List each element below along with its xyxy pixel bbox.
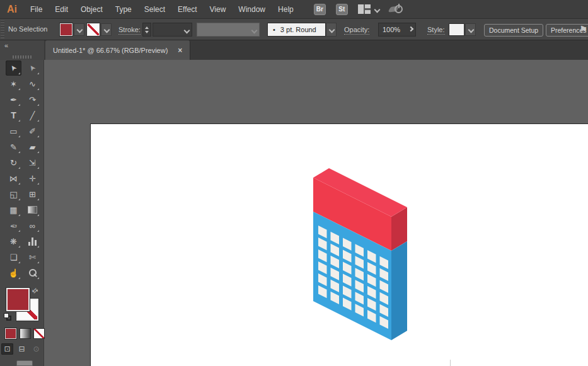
bridge-button[interactable]: Br bbox=[314, 4, 326, 15]
close-tab-icon[interactable]: × bbox=[178, 46, 182, 55]
line-segment-tool[interactable]: ╱ bbox=[25, 108, 40, 123]
puppet-warp-icon: ✛ bbox=[29, 174, 36, 183]
fill-color-swatch[interactable] bbox=[60, 23, 72, 36]
menu-item-window[interactable]: Window bbox=[232, 0, 272, 18]
tools-panel: ➤➤✶∿✒↷T╱▭✐✎▰↻⇲⋈✛◱⊞▦✑∞❋❏✄☝ ⇆ ⊡⊟⊙ bbox=[0, 60, 44, 366]
style-label[interactable]: Style: bbox=[427, 26, 445, 35]
zoom-tool[interactable] bbox=[25, 265, 40, 280]
artboard-icon: ❏ bbox=[10, 253, 18, 261]
menu-item-view[interactable]: View bbox=[204, 0, 233, 18]
power-icon bbox=[395, 5, 403, 13]
screen-mode-button[interactable] bbox=[16, 360, 33, 366]
opacity-field[interactable]: 100% bbox=[378, 23, 416, 37]
gradient-tool[interactable] bbox=[25, 202, 40, 217]
slice-tool[interactable]: ✄ bbox=[25, 249, 40, 265]
pen-tool[interactable]: ✒ bbox=[6, 92, 21, 107]
rectangle-tool[interactable]: ▭ bbox=[6, 123, 21, 139]
workspace-switcher[interactable] bbox=[358, 4, 379, 14]
paintbrush-tool[interactable]: ✐ bbox=[25, 123, 40, 139]
menu-item-file[interactable]: File bbox=[24, 0, 49, 18]
eraser-tool[interactable]: ▰ bbox=[25, 139, 40, 154]
opacity-label[interactable]: Opacity: bbox=[344, 26, 369, 35]
cs-live-icon[interactable] bbox=[389, 4, 403, 15]
column-graph-tool[interactable] bbox=[25, 234, 40, 249]
stroke-weight-stepper[interactable] bbox=[142, 23, 151, 37]
menu-item-edit[interactable]: Edit bbox=[49, 0, 74, 18]
menu-item-type[interactable]: Type bbox=[109, 0, 138, 18]
hand-icon: ☝ bbox=[8, 269, 18, 277]
style-swatch[interactable] bbox=[449, 23, 464, 36]
fill-dropdown-button[interactable] bbox=[74, 23, 84, 36]
pencil-tool[interactable]: ✎ bbox=[6, 139, 21, 154]
lasso-tool[interactable]: ∿ bbox=[25, 76, 40, 91]
stepper-up-icon[interactable] bbox=[145, 26, 149, 29]
width-tool[interactable]: ⋈ bbox=[6, 171, 21, 186]
apply-color-button[interactable] bbox=[5, 328, 16, 339]
menu-item-help[interactable]: Help bbox=[272, 0, 300, 18]
pen-icon: ✒ bbox=[10, 96, 17, 104]
stepper-down-icon[interactable] bbox=[145, 31, 149, 33]
brush-dropdown-button[interactable] bbox=[326, 23, 337, 37]
stroke-color-swatch[interactable] bbox=[87, 23, 100, 36]
calendar-artwork[interactable] bbox=[91, 124, 588, 366]
document-tab[interactable]: Untitled-1* @ 66.67% (RGB/Preview) × bbox=[45, 40, 190, 60]
rotate-tool[interactable]: ↻ bbox=[6, 155, 21, 170]
stroke-weight-dropdown[interactable] bbox=[153, 23, 192, 37]
magic-wand-tool[interactable]: ✶ bbox=[6, 76, 21, 91]
eyedropper-tool[interactable]: ✑ bbox=[6, 218, 21, 233]
menu-item-effect[interactable]: Effect bbox=[171, 0, 203, 18]
direct-selection-tool[interactable]: ➤ bbox=[25, 60, 40, 76]
artboard[interactable] bbox=[90, 123, 588, 366]
type-tool[interactable]: T bbox=[6, 108, 21, 123]
column-graph-icon bbox=[28, 237, 37, 246]
document-setup-button[interactable]: Document Setup bbox=[484, 24, 543, 37]
paintbrush-icon: ✐ bbox=[29, 127, 36, 135]
stock-button[interactable]: St bbox=[336, 4, 348, 15]
menu-item-select[interactable]: Select bbox=[138, 0, 171, 18]
apply-none-button[interactable] bbox=[33, 328, 45, 339]
collapse-panel-button[interactable]: « bbox=[4, 42, 8, 49]
symbol-sprayer-tool[interactable]: ❋ bbox=[6, 234, 21, 249]
puppet-warp-tool[interactable]: ✛ bbox=[25, 171, 40, 186]
artboard-tool[interactable]: ❏ bbox=[6, 249, 21, 265]
canvas-area[interactable] bbox=[44, 60, 588, 366]
illustrator-logo: Ai bbox=[0, 0, 24, 19]
draw-normal-mode[interactable]: ⊡ bbox=[1, 343, 13, 355]
default-fill-stroke-icon[interactable] bbox=[4, 313, 11, 321]
apply-color-row bbox=[0, 328, 44, 341]
blend-tool[interactable]: ∞ bbox=[25, 218, 40, 233]
fill-proxy[interactable] bbox=[6, 288, 30, 311]
brush-definition-dropdown[interactable]: • 3 pt. Round bbox=[267, 23, 326, 37]
draw-behind-mode[interactable]: ⊟ bbox=[16, 343, 28, 355]
none-slash-icon bbox=[88, 24, 99, 35]
selection-icon: ➤ bbox=[9, 63, 19, 72]
perspective-grid-icon: ⊞ bbox=[29, 190, 36, 198]
panel-grip[interactable] bbox=[1, 20, 4, 38]
stroke-label[interactable]: Stroke: bbox=[118, 26, 141, 35]
fill-stroke-indicator: ⇆ bbox=[0, 285, 44, 327]
line-segment-icon: ╱ bbox=[30, 112, 35, 120]
chevron-right-icon[interactable] bbox=[408, 26, 413, 31]
chevron-down-icon bbox=[329, 27, 334, 32]
tools-panel-grip-icon[interactable] bbox=[13, 55, 32, 59]
stroke-dropdown-button[interactable] bbox=[101, 23, 112, 36]
shape-builder-icon: ◱ bbox=[9, 190, 17, 198]
selection-status: No Selection bbox=[8, 25, 47, 33]
curvature-tool[interactable]: ↷ bbox=[25, 92, 40, 107]
scale-tool[interactable]: ⇲ bbox=[25, 155, 40, 170]
workspace-layout-icon bbox=[358, 4, 371, 14]
hand-tool[interactable]: ☝ bbox=[6, 265, 21, 280]
workspace-pin-icon[interactable]: ⚑ bbox=[579, 24, 587, 35]
perspective-grid-tool[interactable]: ⊞ bbox=[25, 186, 40, 202]
calendar-right-side[interactable] bbox=[391, 207, 407, 340]
style-dropdown-button[interactable] bbox=[465, 23, 476, 36]
swap-fill-stroke-icon[interactable]: ⇆ bbox=[30, 286, 40, 296]
eyedropper-icon: ✑ bbox=[10, 222, 17, 230]
menu-item-object[interactable]: Object bbox=[74, 0, 109, 18]
apply-gradient-button[interactable] bbox=[20, 328, 31, 339]
selection-tool[interactable]: ➤ bbox=[6, 60, 21, 76]
symbol-sprayer-icon: ❋ bbox=[10, 237, 17, 246]
brush-value: 3 pt. Round bbox=[280, 26, 316, 33]
mesh-tool[interactable]: ▦ bbox=[6, 202, 21, 217]
shape-builder-tool[interactable]: ◱ bbox=[6, 186, 21, 202]
